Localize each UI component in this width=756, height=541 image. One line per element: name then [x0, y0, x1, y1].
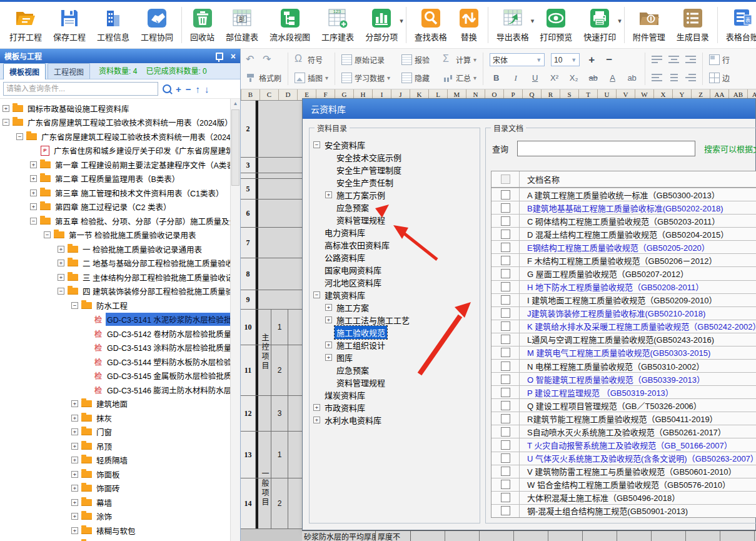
tree-item[interactable]: +国标市政基础设施工程资料库	[3, 101, 240, 116]
expand-icon[interactable]: +	[313, 404, 320, 411]
row-header[interactable]: 14	[241, 478, 256, 528]
expand-icon[interactable]: +	[71, 485, 78, 492]
tree-item[interactable]: +吊顶	[3, 439, 240, 453]
doc-row[interactable]: N 电梯工程施工质量验收规范（GB50310-2002）	[491, 359, 756, 372]
expand-icon[interactable]: +	[3, 105, 9, 112]
expand-icon[interactable]: +	[325, 341, 332, 348]
font-smaller-button[interactable]: −	[603, 54, 615, 66]
doc-row[interactable]: P 建设工程监理规范 （GB50319-2013）	[491, 385, 756, 398]
doc-row[interactable]: H 地下防水工程质量验收规范（GB50208-2011）	[491, 280, 756, 293]
tab-template-view[interactable]: 模板视图	[3, 63, 46, 79]
catalog-tree-item[interactable]: 安全生产责任制	[313, 176, 478, 188]
search-input[interactable]	[3, 82, 158, 96]
doc-checkbox[interactable]	[501, 506, 510, 515]
row-header[interactable]: 9	[241, 290, 256, 309]
doc-checkbox[interactable]	[501, 321, 510, 331]
toolbar-button-replace[interactable]: 替换	[453, 6, 485, 44]
doc-name[interactable]: R建筑节能工程施工质量验收规范（GB50411-2019）	[520, 413, 718, 425]
doc-row[interactable]: R建筑节能工程施工质量验收规范（GB50411-2019）	[491, 412, 756, 425]
doc-checkbox[interactable]	[501, 388, 510, 397]
sheet-cell[interactable]: 1	[271, 432, 288, 478]
tree-item[interactable]: P广东省住房和城乡建设厅关于印发《广东省房屋建筑工	[3, 144, 240, 158]
catalog-tree-item[interactable]: −建筑资料库	[313, 288, 478, 301]
expand-icon[interactable]: +	[71, 513, 78, 520]
doc-name[interactable]: F 木结构工程施工质量验收规范（GB50206－2012）	[520, 255, 717, 266]
catalog-tree-item[interactable]: 应急预案	[313, 363, 478, 376]
doc-name[interactable]: Q 建设工程项目管理规范（GB／T50326-2006）	[520, 400, 702, 412]
row-header[interactable]: 3	[241, 158, 256, 173]
toolbar-button-gen-catalog[interactable]: 生成目录	[671, 6, 715, 44]
tree-item[interactable]: +第二章 工程质量监理用表（B类表）	[3, 172, 240, 186]
doc-row[interactable]: L通风与空调工程施工质量验收规范(GB50243-2016)	[491, 333, 756, 346]
expand-icon[interactable]: +	[325, 191, 332, 198]
tree-item[interactable]: +幕墙	[3, 495, 240, 510]
catalog-tree-item[interactable]: 公路资料库	[313, 251, 478, 263]
doc-name[interactable]: P 建设工程监理规范 （GB50319-2013）	[520, 387, 673, 398]
catalog-tree-item[interactable]: 资料管理规程	[313, 376, 478, 388]
catalog-tree-item[interactable]: 安全生产管理制度	[313, 163, 478, 176]
expand-icon[interactable]: +	[30, 175, 37, 182]
add-icon[interactable]: +	[176, 84, 181, 94]
doc-checkbox[interactable]	[501, 295, 510, 305]
doc-row[interactable]: I 建筑地面工程施工质量验收规范（GB50209-2010）	[491, 293, 756, 306]
column-header[interactable]: C	[260, 89, 279, 100]
calculate-button[interactable]: 计算▾	[443, 54, 476, 65]
catalog-tree-item[interactable]: +施工组织设计	[313, 338, 478, 351]
doc-name[interactable]: T 火灾自动报警系统施工及验收规范（GB_50166-2007）	[520, 439, 732, 451]
doc-checkbox[interactable]	[501, 282, 510, 291]
align-left-button[interactable]	[652, 74, 662, 82]
tree-item[interactable]: +一 检验批施工质量验收记录通用表	[3, 242, 240, 256]
doc-name[interactable]: L通风与空调工程施工质量验收规范(GB50243-2016)	[520, 333, 714, 345]
doc-row[interactable]: U 气体灭火系统施工及验收规范(含条文说明)（GB50263-2007）	[491, 452, 756, 465]
expand-icon[interactable]: +	[58, 246, 64, 253]
expand-icon[interactable]: +	[71, 428, 78, 435]
original-record-button[interactable]: 原始记录	[341, 54, 395, 65]
format-mark-2[interactable]: U	[528, 73, 542, 83]
collapse-icon[interactable]: −	[44, 231, 51, 238]
doc-name[interactable]: 大体积混凝土施工标准（GB50496-2018）	[520, 492, 680, 503]
align-bottom-button[interactable]	[685, 56, 696, 64]
dropdown-caret-icon[interactable]: ▾	[618, 17, 622, 25]
doc-name[interactable]: A 建筑工程施工质量验收统一标准（GB50300-2013）	[520, 189, 720, 201]
catalog-tree-item[interactable]: −安全资料库	[313, 138, 478, 151]
dropdown-caret-icon[interactable]: ▾	[400, 17, 403, 25]
collapse-icon[interactable]: −	[313, 291, 320, 298]
doc-name[interactable]: J建筑装饰装修工程质量验收标准(GB50210-2018)	[520, 307, 705, 319]
doc-checkbox[interactable]	[501, 335, 510, 344]
tree-item[interactable]: +细部	[3, 538, 240, 541]
pin-icon[interactable]	[216, 53, 223, 60]
doc-checkbox[interactable]	[501, 256, 510, 265]
toolbar-button-table-ledger[interactable]: 表表格台账	[720, 6, 756, 44]
doc-row[interactable]: S自动喷水灭火系统施工及验收规范（GB50261-2017）	[491, 425, 756, 438]
tree-item[interactable]: +第四章 施工过程记录（C2 类表）	[3, 200, 240, 215]
redo-button[interactable]	[263, 54, 273, 65]
toolbar-button-open-project[interactable]: 打开工程	[4, 6, 48, 44]
toolbar-button-recycle-bin[interactable]: 回收站	[184, 6, 220, 44]
expand-icon[interactable]: +	[58, 274, 64, 281]
tree-item[interactable]: +饰面板	[3, 467, 240, 482]
doc-name[interactable]: O 智能建筑工程质量验收规范（GB50339-2013）	[520, 373, 705, 385]
catalog-tree-item[interactable]: 电力资料库	[313, 226, 478, 238]
catalog-tree-item[interactable]: +施工方案示例	[313, 188, 478, 201]
collapse-icon[interactable]: −	[313, 141, 320, 148]
toolbar-button-project-info[interactable]: 工程信息	[91, 6, 135, 44]
doc-name[interactable]: K 建筑给水排水及采暖工程施工质量验收规范（GB50242-2002）	[520, 320, 756, 332]
doc-checkbox[interactable]	[501, 414, 510, 423]
align-middle-button[interactable]	[668, 56, 679, 64]
doc-checkbox[interactable]	[501, 375, 510, 384]
tree-item[interactable]: +三 主体结构分部工程检验批施工质量验收记录	[3, 270, 240, 285]
collapse-icon[interactable]: −	[30, 218, 37, 225]
inspection-button[interactable]: 报验	[401, 54, 436, 65]
row-header[interactable]: 2	[241, 101, 256, 157]
doc-name[interactable]: D 混凝土结构工程施工质量验收规范（GB50204-2015）	[520, 228, 728, 240]
dialog-titlebar[interactable]: 云资料库	[303, 99, 755, 119]
doc-name[interactable]: C 砌体结构工程施工质量验收规范（GB50203-2011）	[520, 215, 720, 227]
doc-checkbox[interactable]	[501, 362, 510, 371]
expand-icon[interactable]: +	[71, 527, 78, 534]
catalog-tree-item[interactable]: 煤炭资料库	[313, 388, 478, 401]
query-input[interactable]	[517, 141, 695, 156]
row-height-button[interactable]: 行	[709, 54, 730, 65]
row-header[interactable]: 11	[241, 345, 256, 395]
doc-checkbox[interactable]	[501, 216, 510, 226]
doc-checkbox[interactable]	[501, 269, 510, 278]
